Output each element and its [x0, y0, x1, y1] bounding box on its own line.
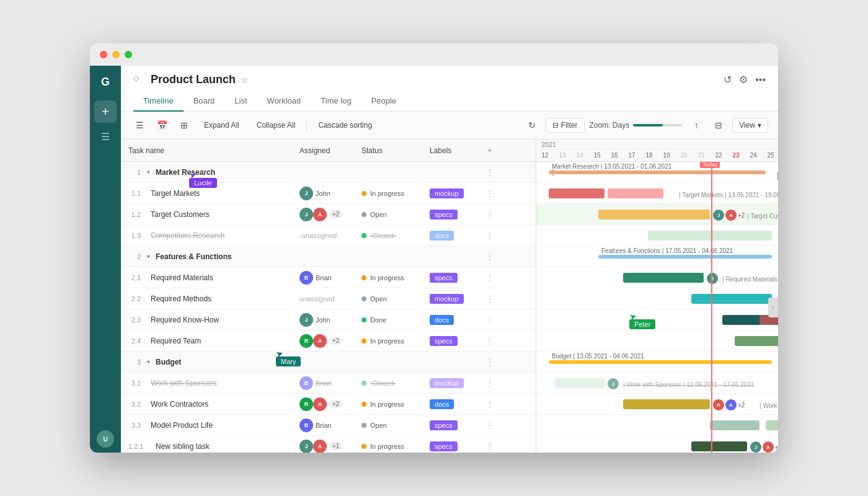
more-icon[interactable]: •••: [755, 74, 766, 86]
calendar-icon[interactable]: 📅: [153, 117, 170, 134]
row-actions[interactable]: ⋮: [480, 189, 499, 198]
user-avatar[interactable]: U: [97, 430, 114, 448]
tab-list[interactable]: List: [224, 91, 257, 112]
collapse-button[interactable]: ▾: [143, 357, 153, 367]
row-actions[interactable]: ⋮: [480, 379, 499, 388]
label-badge: specs: [430, 210, 458, 219]
collapse-button[interactable]: ▾: [143, 252, 153, 262]
tab-workload[interactable]: Workload: [257, 91, 311, 112]
row-actions[interactable]: ⋮: [480, 168, 499, 177]
status-dot: [361, 275, 366, 280]
tab-people[interactable]: People: [361, 91, 406, 112]
gantt-day-14: 14: [571, 152, 588, 159]
row-actions[interactable]: ⋮: [480, 252, 499, 261]
gantt-day-22: 22: [710, 152, 727, 159]
close-button[interactable]: [100, 51, 107, 58]
gantt-bar[interactable]: [710, 420, 760, 430]
gantt-bar[interactable]: [735, 336, 778, 346]
gantt-bar[interactable]: [766, 420, 778, 430]
gantt-bar[interactable]: [555, 378, 604, 388]
title-bar: [90, 43, 778, 66]
gantt-bar[interactable]: [691, 441, 747, 451]
cursor-peter: ➤ Peter: [629, 312, 655, 329]
table-icon[interactable]: ⊞: [175, 117, 193, 134]
status-dot: [361, 423, 366, 428]
gantt-bar[interactable]: [549, 188, 604, 198]
gantt-group-bar[interactable]: [549, 360, 772, 364]
today-marker: Today: [711, 162, 712, 453]
tab-timelog[interactable]: Time log: [311, 91, 361, 112]
scroll-tab[interactable]: ‹: [768, 298, 778, 317]
avatar: J: [299, 313, 313, 327]
gantt-group-bar[interactable]: [598, 255, 772, 259]
row-actions[interactable]: ⋮: [480, 337, 499, 345]
maximize-button[interactable]: [125, 51, 132, 58]
minimize-button[interactable]: [112, 51, 120, 58]
task-rows: 1 ▾ Market Research ⋮ 1.: [121, 162, 536, 453]
filter-button[interactable]: ⊟ Filter: [546, 118, 585, 133]
gantt-bar[interactable]: [598, 210, 710, 219]
cursor-mary: ➤ Mary: [276, 349, 301, 366]
label-badge: docs: [430, 231, 454, 241]
expand-all-button[interactable]: Expand All: [198, 118, 246, 132]
cascade-sorting-button[interactable]: Cascade sorting: [312, 118, 378, 132]
gantt-view-icon[interactable]: ☰: [131, 117, 148, 134]
row-actions[interactable]: ⋮: [480, 273, 499, 282]
view-button[interactable]: View ▾: [732, 118, 768, 133]
zoom-slider[interactable]: [633, 124, 683, 126]
collapse-all-button[interactable]: Collapse All: [250, 118, 302, 132]
avatar: A: [313, 440, 327, 453]
task-name-cell: 2.1 Required Materials: [121, 273, 294, 282]
sidebar: G + ☰ U: [90, 66, 121, 453]
table-row: 3.3 Model Product Life B Brian Open: [121, 415, 536, 436]
gantt-day-21: 21: [693, 152, 710, 159]
gantt-bar[interactable]: [623, 273, 704, 283]
label-badge: specs: [430, 441, 458, 451]
gantt-bar[interactable]: [623, 399, 710, 409]
task-name-cell: 3.1 Work with Sponsors: [121, 379, 294, 388]
chevron-down-icon: ▾: [758, 121, 761, 130]
export-icon[interactable]: ↑: [688, 117, 705, 134]
tab-board[interactable]: Board: [184, 91, 225, 112]
row-actions[interactable]: ⋮: [480, 316, 499, 324]
avatar: R: [299, 334, 313, 348]
tabs: Timeline Board List Workload Time log Pe…: [133, 91, 766, 111]
status-dot: [361, 212, 366, 217]
task-name-cell: 3.2 Work Contractors: [121, 400, 294, 409]
row-actions[interactable]: ⋮: [480, 231, 499, 240]
tab-timeline[interactable]: Timeline: [133, 91, 184, 112]
sidebar-menu-icon[interactable]: ☰: [94, 125, 117, 148]
zoom-slider-fill: [633, 124, 663, 126]
gantt-bar[interactable]: [608, 188, 663, 198]
row-actions[interactable]: ⋮: [480, 442, 499, 451]
row-actions[interactable]: ⋮: [480, 358, 499, 366]
settings-icon[interactable]: ⚙: [739, 74, 748, 86]
gantt-row: J A +2 | Target Customers: [536, 204, 778, 225]
layout-icon[interactable]: ⊟: [710, 117, 727, 134]
row-actions[interactable]: ⋮: [480, 210, 499, 219]
sidebar-logo[interactable]: G: [94, 71, 117, 93]
main-content: ◇ Product Launch ☆ ↺ ⚙ ••• Timeline Boar…: [121, 66, 778, 453]
gantt-group-bar[interactable]: [549, 170, 766, 174]
row-actions[interactable]: ⋮: [480, 400, 499, 409]
sidebar-add-button[interactable]: +: [94, 100, 117, 123]
row-actions[interactable]: ⋮: [480, 294, 499, 303]
task-name-cell: 1.2 Target Customers: [121, 210, 294, 219]
star-icon[interactable]: ☆: [241, 75, 249, 85]
refresh-icon[interactable]: ↻: [523, 117, 541, 134]
gantt-row: Features & Functions | 17.05.2021 - 04.0…: [536, 246, 778, 267]
gantt-day-16: 16: [606, 152, 623, 159]
label-badge: specs: [430, 336, 458, 346]
gantt-bar[interactable]: [691, 294, 772, 304]
gantt-row: J | Required Materials | 17.05.2021 - 21…: [536, 267, 778, 288]
gantt-rows-container: Today Market Research | 13.05.2021 - 01.…: [536, 162, 778, 453]
collapse-button[interactable]: ▾: [143, 167, 153, 177]
row-actions[interactable]: ⋮: [480, 421, 499, 430]
history-icon[interactable]: ↺: [724, 74, 732, 86]
gantt-row: ➤ Peter: [536, 309, 778, 330]
toolbar-separator: [306, 119, 307, 131]
table-row: 1.2 Target Customers J A +2: [121, 204, 536, 225]
assigned-cell: B Brian: [294, 418, 356, 432]
add-column-button[interactable]: +: [480, 146, 499, 155]
gantt-bar[interactable]: [648, 231, 772, 241]
